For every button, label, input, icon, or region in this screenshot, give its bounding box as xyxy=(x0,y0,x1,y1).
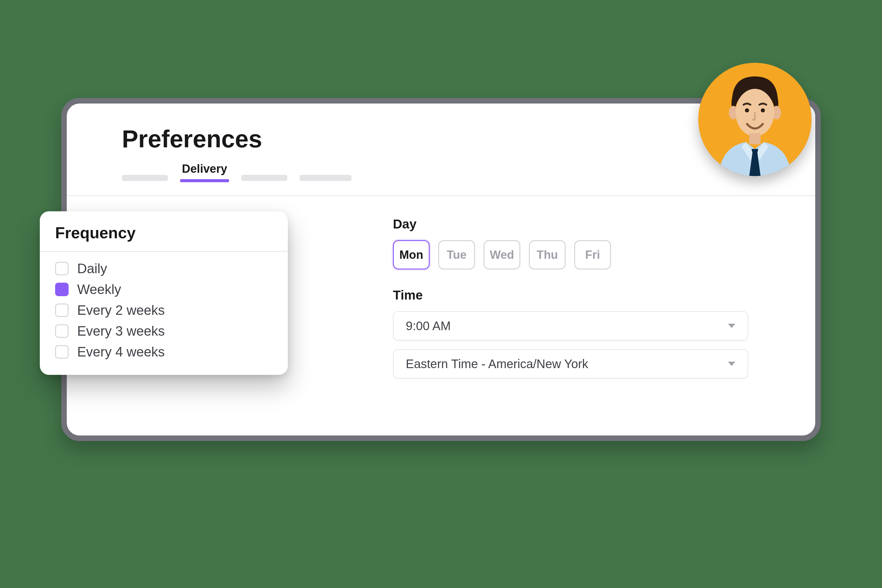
tab-placeholder[interactable] xyxy=(122,175,168,181)
frequency-popover: Frequency DailyWeeklyEvery 2 weeksEvery … xyxy=(40,212,288,375)
day-option-mon[interactable]: Mon xyxy=(393,240,430,270)
tab-placeholder[interactable] xyxy=(300,175,352,181)
frequency-title: Frequency xyxy=(55,224,273,242)
frequency-header: Frequency xyxy=(40,212,288,252)
frequency-option[interactable]: Every 4 weeks xyxy=(55,344,273,360)
day-label: Day xyxy=(393,217,766,231)
chevron-down-icon xyxy=(728,362,735,366)
day-selector: MonTueWedThuFri xyxy=(393,240,766,270)
checkbox-icon[interactable] xyxy=(55,324,69,338)
frequency-list: DailyWeeklyEvery 2 weeksEvery 3 weeksEve… xyxy=(40,252,288,375)
frequency-option-label: Weekly xyxy=(77,282,121,297)
checkbox-icon[interactable] xyxy=(55,283,69,296)
timezone-select[interactable]: Eastern Time - America/New York xyxy=(393,349,748,378)
frequency-option[interactable]: Daily xyxy=(55,261,273,276)
delivery-settings: Day MonTueWedThuFri Time 9:00 AM Eastern… xyxy=(393,217,766,387)
time-label: Time xyxy=(393,288,766,303)
avatar-illustration xyxy=(698,63,812,176)
checkbox-icon[interactable] xyxy=(55,345,69,358)
avatar[interactable] xyxy=(698,63,812,176)
page-title: Preferences xyxy=(122,125,791,153)
chevron-down-icon xyxy=(728,324,735,328)
frequency-option[interactable]: Every 3 weeks xyxy=(55,323,273,339)
tabs: Delivery xyxy=(122,162,791,181)
tab-placeholder[interactable] xyxy=(242,175,287,181)
svg-point-4 xyxy=(745,108,749,112)
frequency-option-label: Every 2 weeks xyxy=(77,303,165,318)
checkbox-icon[interactable] xyxy=(55,303,69,317)
checkbox-icon[interactable] xyxy=(55,262,69,275)
day-option-thu[interactable]: Thu xyxy=(529,240,566,270)
time-select[interactable]: 9:00 AM xyxy=(393,311,748,340)
frequency-option-label: Every 4 weeks xyxy=(77,344,165,360)
day-option-fri[interactable]: Fri xyxy=(574,240,611,270)
day-option-tue[interactable]: Tue xyxy=(438,240,475,270)
day-option-wed[interactable]: Wed xyxy=(484,240,520,270)
timezone-value: Eastern Time - America/New York xyxy=(406,357,588,371)
frequency-option[interactable]: Every 2 weeks xyxy=(55,303,273,318)
frequency-option-label: Every 3 weeks xyxy=(77,323,165,339)
tabs-divider xyxy=(67,195,815,196)
svg-point-5 xyxy=(761,108,765,112)
frequency-option[interactable]: Weekly xyxy=(55,282,273,297)
time-value: 9:00 AM xyxy=(406,319,451,333)
svg-rect-6 xyxy=(749,133,761,144)
frequency-option-label: Daily xyxy=(77,261,107,276)
tab-delivery[interactable]: Delivery xyxy=(180,162,229,181)
